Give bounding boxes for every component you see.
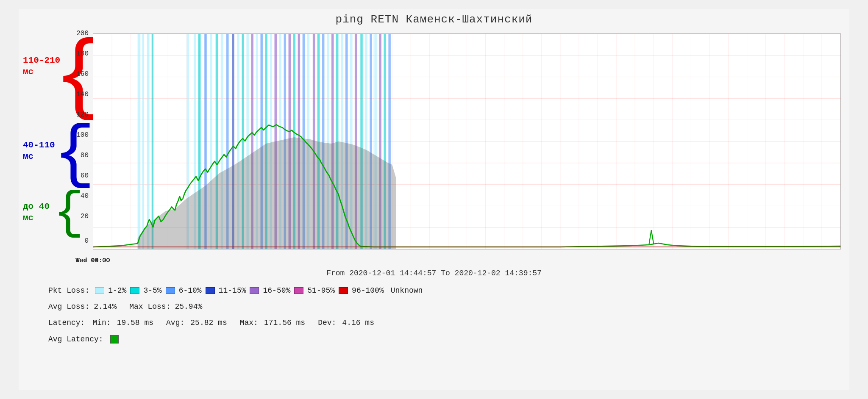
stats-row-1: Avg Loss: 2.14% Max Loss: 25.94%	[48, 299, 845, 314]
main-container: ping RETN Каменск-Шахтинский 110-210мс {…	[19, 9, 849, 390]
y-axis-numbers: 200 180 160 140 120 100 80 60 40 20 0	[72, 29, 91, 266]
pkt-loss-row: Pkt Loss: 1-2% 3-5% 6-10% 11-15% 16-50% …	[48, 283, 845, 298]
x-tick-wed12: Wed 12:00	[75, 257, 110, 264]
avg-loss-label: Avg Loss:	[48, 299, 89, 314]
legend-label-11-15: 11-15%	[219, 283, 246, 298]
y-tick-180: 180	[76, 50, 89, 58]
legend-area: Pkt Loss: 1-2% 3-5% 6-10% 11-15% 16-50% …	[23, 283, 845, 346]
max-loss-val: 25.94%	[175, 299, 202, 314]
range-green-label: до 40мс	[23, 201, 50, 224]
legend-box-11-15	[206, 287, 215, 294]
stats-row-2: Latency: Min: 19.58 ms Avg: 25.82 ms Max…	[48, 316, 845, 330]
avg-loss-val: 2.14%	[94, 299, 117, 314]
dev-val: 4.16 ms	[342, 316, 374, 330]
latency-label: Latency:	[48, 316, 85, 330]
legend-label-16-50: 16-50%	[263, 283, 290, 298]
y-tick-60: 60	[81, 172, 89, 180]
y-tick-120: 120	[76, 111, 89, 119]
legend-box-6-10	[166, 287, 175, 294]
avg-latency-label: Avg Latency:	[48, 332, 103, 346]
legend-label-51-95: 51-95%	[307, 283, 335, 298]
legend-box-1-2	[95, 287, 104, 294]
legend-label-6-10: 6-10%	[179, 283, 202, 298]
y-tick-160: 160	[76, 70, 89, 78]
y-tick-0: 0	[84, 237, 89, 245]
y-tick-200: 200	[76, 30, 89, 37]
svg-marker-97	[138, 137, 396, 249]
y-tick-140: 140	[76, 91, 89, 98]
avg-latency-indicator	[110, 335, 119, 344]
max-val: 171.56 ms	[264, 316, 305, 330]
max-loss-label: Max Loss:	[129, 299, 170, 314]
y-tick-80: 80	[81, 152, 89, 159]
svg-rect-53	[147, 34, 150, 249]
y-tick-100: 100	[76, 131, 89, 139]
chart-title: ping RETN Каменск-Шахтинский	[23, 13, 845, 26]
avg-label: Avg:	[166, 316, 184, 330]
dev-label: Dev:	[318, 316, 336, 330]
legend-label-96-100: 96-100%	[352, 283, 384, 298]
avg-latency-row: Avg Latency:	[48, 332, 845, 346]
legend-box-3-5	[130, 287, 139, 294]
chart-svg	[93, 34, 840, 249]
graph-wrapper: 200 180 160 140 120 100 80 60 40 20 0	[72, 29, 845, 266]
x-axis-labels: Tue 16:00 Tue 20:00 Wed 00:00 Wed 04:00 …	[93, 252, 841, 266]
y-tick-40: 40	[81, 192, 89, 200]
legend-box-16-50	[250, 287, 259, 294]
svg-rect-52	[142, 34, 144, 249]
graph-inner	[93, 33, 841, 249]
legend-label-1-2: 1-2%	[108, 283, 126, 298]
svg-rect-54	[152, 34, 153, 249]
svg-rect-51	[138, 34, 141, 249]
legend-label-3-5: 3-5%	[143, 283, 161, 298]
range-blue-label: 40-110мс	[23, 139, 55, 163]
max-label: Max:	[240, 316, 258, 330]
chart-area: 110-210мс { 40-110мс { до 40мс { 200 180…	[23, 29, 845, 266]
pkt-loss-label: Pkt Loss:	[48, 283, 89, 298]
date-range: From 2020-12-01 14:44:57 To 2020-12-02 1…	[23, 269, 845, 277]
legend-box-51-95	[294, 287, 303, 294]
y-tick-20: 20	[81, 213, 89, 220]
min-val: 19.58 ms	[117, 316, 153, 330]
avg-val: 25.82 ms	[190, 316, 227, 330]
legend-box-96-100	[339, 287, 348, 294]
unknown-label: Unknown	[391, 283, 423, 298]
min-label: Min:	[92, 316, 111, 330]
